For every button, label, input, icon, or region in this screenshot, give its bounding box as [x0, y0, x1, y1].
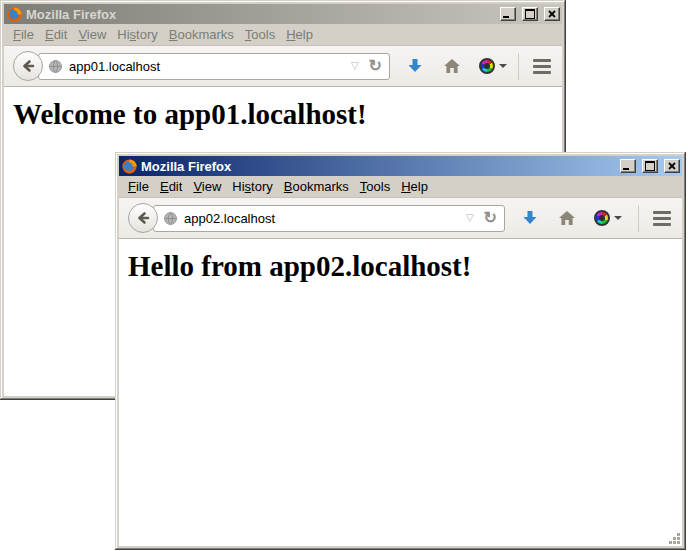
page-heading: Welcome to app01.localhost!	[13, 98, 562, 131]
downloads-button[interactable]	[406, 57, 424, 75]
menu-help[interactable]: Help	[401, 179, 428, 194]
menu-bookmarks[interactable]: Bookmarks	[169, 27, 234, 42]
addon-button[interactable]	[594, 210, 622, 226]
download-arrow-icon	[406, 57, 424, 75]
menu-label-part: H	[401, 179, 410, 194]
menu-label-part: ookmarks	[292, 179, 348, 194]
menu-view[interactable]: View	[193, 179, 221, 194]
menu-label-part: F	[13, 27, 21, 42]
dropdown-caret-icon	[614, 216, 622, 220]
menu-file[interactable]: File	[13, 27, 34, 42]
menu-edit[interactable]: Edit	[45, 27, 67, 42]
urlbar-dropdown-icon[interactable]	[464, 213, 476, 223]
menu-label-part: V	[193, 179, 201, 194]
menu-label-part: ools	[366, 179, 390, 194]
toolbar-right-group	[518, 53, 553, 80]
titlebar[interactable]: Mozilla Firefox	[119, 156, 682, 176]
window-title: Mozilla Firefox	[141, 159, 614, 174]
menu-label-part: ile	[136, 179, 149, 194]
globe-icon	[163, 211, 178, 226]
back-button[interactable]	[128, 203, 158, 233]
dropdown-caret-icon	[499, 64, 507, 68]
back-arrow-icon	[20, 58, 36, 74]
menu-label-part: ile	[21, 27, 34, 42]
menu-edit[interactable]: Edit	[160, 179, 182, 194]
maximize-button[interactable]	[642, 159, 658, 173]
minimize-button[interactable]	[620, 159, 636, 173]
hamburger-menu-icon	[533, 65, 551, 68]
reload-icon[interactable]	[367, 58, 384, 74]
colorwheel-icon	[594, 210, 610, 226]
home-icon	[558, 210, 576, 226]
desktop: { "colors": { "chrome_gray": "#d4d0c8", …	[0, 0, 688, 551]
hamburger-menu-icon	[533, 71, 551, 74]
menu-button[interactable]	[531, 57, 553, 76]
menu-label-part: V	[78, 27, 86, 42]
url-text: app02.localhost	[184, 211, 458, 226]
navigation-toolbar: app01.localhost	[4, 45, 562, 87]
minimize-icon	[503, 16, 509, 18]
firefox-window-app02: Mozilla Firefox File Edit View History B…	[115, 152, 686, 550]
addon-button[interactable]	[479, 58, 507, 74]
home-button[interactable]	[558, 210, 576, 226]
menu-label-part: E	[160, 179, 169, 194]
menu-tools[interactable]: Tools	[245, 27, 275, 42]
page-heading: Hello from app02.localhost!	[128, 250, 682, 283]
menu-label-part: tory	[136, 27, 158, 42]
toolbar-separator	[638, 205, 639, 232]
back-arrow-icon	[135, 210, 151, 226]
menu-label-part: dit	[169, 179, 183, 194]
urlbar-dropdown-icon[interactable]	[349, 61, 361, 71]
menu-label-part: H	[286, 27, 295, 42]
menubar: File Edit View History Bookmarks Tools H…	[119, 176, 682, 197]
close-icon	[668, 162, 676, 170]
menu-bookmarks[interactable]: Bookmarks	[284, 179, 349, 194]
menu-tools[interactable]: Tools	[360, 179, 390, 194]
menu-history[interactable]: History	[117, 27, 157, 42]
toolbar-separator	[518, 53, 519, 80]
maximize-button[interactable]	[522, 7, 538, 21]
home-icon	[443, 58, 461, 74]
menu-view[interactable]: View	[78, 27, 106, 42]
minimize-icon	[623, 168, 629, 170]
maximize-icon	[525, 9, 535, 19]
toolbar-right-group	[638, 205, 673, 232]
firefox-icon[interactable]	[122, 159, 137, 174]
menu-label-part: E	[45, 27, 54, 42]
minimize-button[interactable]	[500, 7, 516, 21]
close-button[interactable]	[664, 159, 680, 173]
reload-icon[interactable]	[482, 210, 499, 226]
menu-history[interactable]: History	[232, 179, 272, 194]
resize-grip[interactable]	[668, 532, 681, 545]
menu-label-part: iew	[87, 27, 107, 42]
menu-file[interactable]: File	[128, 179, 149, 194]
back-button[interactable]	[13, 51, 43, 81]
downloads-button[interactable]	[521, 209, 539, 227]
menu-label-part: elp	[411, 179, 428, 194]
urlbar[interactable]: app02.localhost	[153, 205, 505, 232]
window-title: Mozilla Firefox	[26, 7, 494, 22]
firefox-icon[interactable]	[7, 7, 22, 22]
hamburger-menu-icon	[533, 59, 551, 62]
hamburger-menu-icon	[653, 211, 671, 214]
menubar: File Edit View History Bookmarks Tools H…	[4, 24, 562, 45]
home-button[interactable]	[443, 58, 461, 74]
menu-help[interactable]: Help	[286, 27, 313, 42]
menu-label-part: Hi	[117, 27, 129, 42]
hamburger-menu-icon	[653, 223, 671, 226]
menu-label-part: F	[128, 179, 136, 194]
menu-label-part: tory	[251, 179, 273, 194]
colorwheel-icon	[479, 58, 495, 74]
globe-icon	[48, 59, 63, 74]
url-text: app01.localhost	[69, 59, 343, 74]
menu-label-part: ools	[251, 27, 275, 42]
urlbar[interactable]: app01.localhost	[38, 53, 390, 80]
maximize-icon	[645, 161, 655, 171]
menu-label-part: ookmarks	[177, 27, 233, 42]
menu-label-part: elp	[296, 27, 313, 42]
close-button[interactable]	[544, 7, 560, 21]
menu-label-part: Hi	[232, 179, 244, 194]
menu-button[interactable]	[651, 209, 673, 228]
titlebar[interactable]: Mozilla Firefox	[4, 4, 562, 24]
hamburger-menu-icon	[653, 217, 671, 220]
